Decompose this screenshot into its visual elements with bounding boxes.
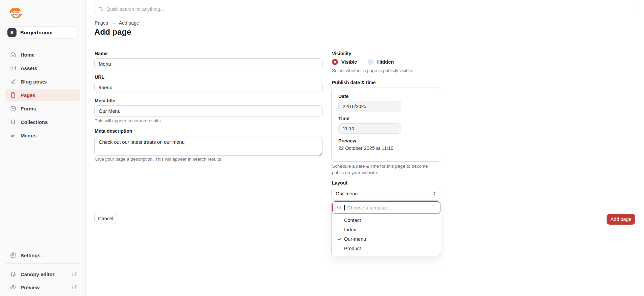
search-icon bbox=[337, 205, 342, 210]
sidebar-item-label: Canopy editor bbox=[21, 271, 55, 277]
quick-search bbox=[94, 4, 635, 14]
sidebar-item-preview[interactable]: Preview bbox=[5, 281, 80, 293]
resize-grip-icon[interactable] bbox=[319, 152, 322, 158]
time-label: Time bbox=[338, 116, 434, 121]
option-label: Contact bbox=[344, 218, 361, 223]
visible-radio[interactable] bbox=[332, 59, 338, 65]
name-label: Name bbox=[95, 51, 108, 56]
search-icon bbox=[98, 6, 103, 11]
sidebar-item-label: Forms bbox=[21, 106, 36, 111]
sidebar-item-assets[interactable]: Assets bbox=[5, 62, 80, 74]
gear-icon bbox=[10, 252, 16, 258]
quick-search-input[interactable] bbox=[106, 6, 635, 12]
sidebar-item-label: Settings bbox=[21, 253, 40, 258]
template-search-placeholder: Choose a template... bbox=[347, 205, 393, 210]
option-contact[interactable]: Contact bbox=[332, 216, 441, 225]
meta-title-input[interactable] bbox=[94, 105, 323, 117]
sidebar-divider bbox=[5, 44, 80, 44]
external-link-icon bbox=[72, 285, 77, 290]
breadcrumb-pages[interactable]: Pages bbox=[95, 20, 108, 26]
visibility-help: Select whether a page is publicly visibl… bbox=[332, 68, 413, 73]
eye-icon bbox=[10, 284, 16, 290]
breadcrumb-arrow-icon: → bbox=[111, 20, 116, 26]
page-icon bbox=[10, 92, 16, 98]
sidebar-item-canopy-editor[interactable]: Canopy editor bbox=[5, 268, 80, 280]
envelope-icon bbox=[10, 105, 16, 111]
cancel-button[interactable]: Cancel bbox=[94, 213, 117, 224]
layers-icon bbox=[10, 119, 16, 125]
image-icon bbox=[10, 65, 16, 71]
sidebar-item-settings[interactable]: Settings bbox=[5, 249, 80, 261]
sidebar-item-label: Home bbox=[21, 52, 35, 58]
option-index[interactable]: Index bbox=[332, 225, 441, 234]
time-input[interactable] bbox=[338, 123, 401, 134]
sidebar-item-label: Preview bbox=[21, 285, 40, 290]
name-input[interactable] bbox=[94, 58, 323, 69]
breadcrumb: Pages → Add page bbox=[95, 20, 139, 26]
add-page-screen: HUGO &FRANK'S B Burgertorium Home Assets bbox=[0, 0, 644, 296]
hidden-radio[interactable] bbox=[368, 59, 374, 65]
visible-radio-label: Visible bbox=[341, 59, 357, 65]
meta-description-help: Give your page a description. This will … bbox=[95, 157, 221, 162]
visibility-label: Visibility bbox=[332, 51, 351, 56]
url-input[interactable] bbox=[94, 82, 323, 93]
menu-lines-icon bbox=[10, 132, 16, 138]
hugo-franks-logo: HUGO &FRANK'S bbox=[9, 7, 23, 19]
meta-description-label: Meta description bbox=[95, 128, 132, 134]
option-product[interactable]: Product bbox=[332, 244, 441, 253]
meta-description-input[interactable]: Check out our latest treats on our menu bbox=[94, 136, 323, 156]
layout-select[interactable]: Our-menu bbox=[331, 188, 441, 199]
meta-title-label: Meta title bbox=[95, 98, 115, 103]
date-label: Date bbox=[338, 94, 434, 99]
chevron-updown-icon bbox=[432, 191, 437, 196]
option-label: Our-menu bbox=[344, 236, 366, 242]
preview-label: Preview bbox=[338, 138, 434, 143]
add-page-button[interactable]: Add page bbox=[607, 214, 635, 225]
option-our-menu[interactable]: Our-menu bbox=[332, 234, 441, 244]
external-link-icon bbox=[72, 272, 77, 276]
layout-select-value: Our-menu bbox=[336, 191, 358, 196]
site-avatar: B bbox=[7, 28, 17, 37]
template-options: Contact Index Our-menu Product bbox=[332, 216, 441, 253]
layers-icon bbox=[10, 271, 16, 277]
sidebar-item-collections[interactable]: Collections bbox=[5, 116, 80, 128]
sidebar-nav: Home Assets Blog posts Pages bbox=[5, 48, 80, 143]
sidebar-item-label: Assets bbox=[21, 65, 37, 71]
breadcrumb-add-page: Add page bbox=[119, 20, 139, 26]
publish-preview-value: 22 October 2025 at 11:10 bbox=[338, 145, 434, 151]
page-title: Add page bbox=[94, 27, 131, 37]
option-label: Product bbox=[344, 246, 361, 251]
sidebar-item-forms[interactable]: Forms bbox=[5, 102, 80, 114]
text-caret bbox=[344, 205, 345, 210]
sidebar-item-label: Pages bbox=[21, 92, 35, 98]
sidebar: HUGO &FRANK'S B Burgertorium Home Assets bbox=[0, 0, 86, 296]
sidebar-divider bbox=[5, 263, 80, 264]
date-input[interactable] bbox=[338, 101, 401, 111]
publish-label: Publish date & time bbox=[332, 80, 376, 85]
home-icon bbox=[10, 52, 16, 58]
publish-card: Date Time Preview 22 October 2025 at 11:… bbox=[331, 88, 441, 162]
publish-help: Schedule a date & time for this page to … bbox=[332, 163, 435, 176]
visibility-radios: Visible Hidden bbox=[332, 59, 394, 65]
hidden-radio-label: Hidden bbox=[377, 59, 394, 65]
sidebar-item-blog-posts[interactable]: Blog posts bbox=[5, 75, 80, 88]
option-label: Index bbox=[344, 227, 356, 232]
sidebar-item-label: Collections bbox=[21, 119, 48, 125]
site-name: Burgertorium bbox=[20, 30, 53, 35]
sidebar-item-menus[interactable]: Menus bbox=[5, 129, 80, 141]
sidebar-item-home[interactable]: Home bbox=[5, 48, 80, 61]
template-search-input[interactable]: Choose a template... bbox=[332, 201, 440, 214]
site-switcher[interactable]: B Burgertorium bbox=[5, 26, 78, 38]
sidebar-item-pages[interactable]: Pages bbox=[5, 89, 80, 101]
check-icon bbox=[337, 237, 342, 241]
meta-title-help: This will appear in search results bbox=[95, 118, 161, 123]
layout-label: Layout bbox=[332, 180, 347, 186]
layout-dropdown: Choose a template... Contact Index Our-m… bbox=[331, 200, 441, 256]
pencil-icon bbox=[10, 78, 16, 85]
sidebar-item-label: Blog posts bbox=[21, 79, 47, 85]
url-label: URL bbox=[95, 74, 104, 80]
sidebar-item-label: Menus bbox=[21, 133, 37, 138]
